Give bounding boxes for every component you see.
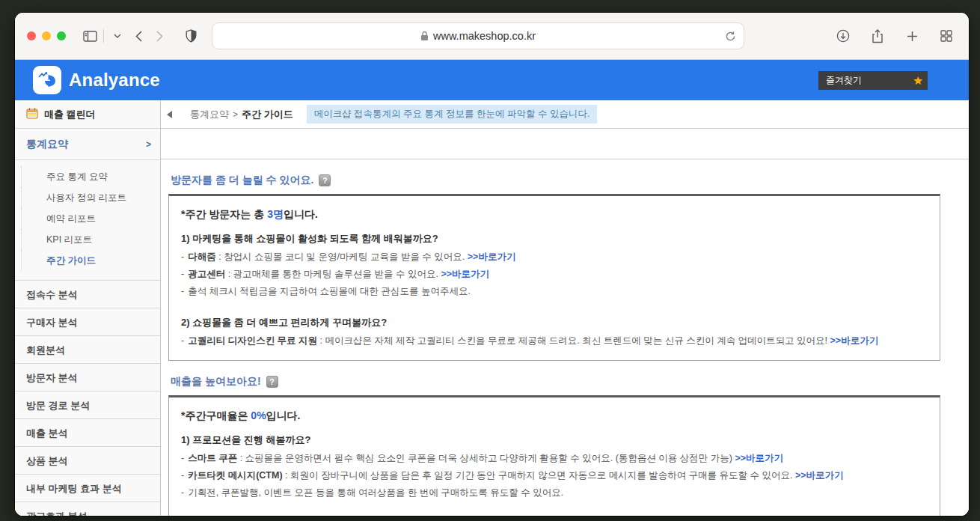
weekly-visitor-count: 3명 — [267, 208, 284, 220]
zoom-window-button[interactable] — [57, 31, 66, 40]
favorites-label: 즐겨찾기 — [826, 74, 862, 87]
reload-icon[interactable] — [725, 31, 736, 42]
sidebar-item-visitor-analysis[interactable]: 방문자 분석 — [15, 363, 160, 391]
weekly-purchase-rate-summary: *주간구매율은 0%입니다. — [181, 409, 928, 423]
statistics-submenu: 주요 통계 요약 사용자 정의 리포트 예약 리포트 KPI 리포트 주간 가이… — [15, 160, 160, 280]
guide-heading: 2) 쇼핑몰을 좀 더 예쁘고 편리하게 꾸며볼까요? — [181, 314, 928, 330]
guide-bullet: -카트타켓 메시지(CTM) : 회원이 장바구니에 상품을 담은 후 일정 기… — [181, 467, 928, 484]
sidebar-toggle-icon[interactable] — [79, 25, 100, 46]
browser-toolbar: www.makeshop.co.kr — [15, 13, 969, 60]
sidebar-item-statistics-summary[interactable]: 통계요약 > — [15, 129, 160, 160]
submenu-item-custom-report[interactable]: 사용자 정의 리포트 — [21, 187, 160, 208]
guide-bullet: -스마트 쿠폰 : 쇼핑몰을 운영하면서 필수 핵심 요소인 쿠폰을 더욱 상세… — [181, 450, 928, 467]
sidebar-item-label: 매출 캘린더 — [44, 108, 96, 121]
weekly-visitors-summary: *주간 방문자는 총 3명입니다. — [181, 208, 928, 222]
back-button[interactable] — [128, 25, 149, 46]
sidebar-item-label: 통계요약 — [26, 138, 68, 151]
browser-window: www.makeshop.co.kr — [15, 13, 969, 516]
submenu-item-kpi-report[interactable]: KPI 리포트 — [21, 229, 160, 250]
sidebar: 매출 캘린더 통계요약 > 주요 통계 요약 사용자 정의 리포트 예약 리포트… — [15, 100, 161, 516]
sidebar-item-visit-path-analysis[interactable]: 방문 경로 분석 — [15, 391, 160, 418]
breadcrumb-current: 주간 가이드 — [242, 108, 293, 121]
guide-heading: 1) 마케팅을 통해 쇼핑몰이 활성화 되도록 함께 배워볼까요? — [181, 231, 928, 246]
breadcrumb-parent: 통계요약 — [190, 108, 229, 121]
go-link[interactable]: >>바로가기 — [795, 470, 844, 481]
analyance-logo-icon[interactable] — [33, 66, 61, 94]
collapse-sidebar-arrow-icon[interactable] — [167, 111, 172, 118]
sales-guide-box: *주간구매율은 0%입니다. 1) 프로모션을 진행 해볼까요? -스마트 쿠폰… — [168, 395, 940, 516]
sidebar-item-product-analysis[interactable]: 상품 분석 — [15, 446, 160, 474]
bullet-dash: - — [181, 453, 184, 463]
bullet-dash: - — [181, 470, 184, 481]
submenu-item-scheduled-report[interactable]: 예약 리포트 — [21, 208, 160, 229]
site-header: Analyance 즐겨찾기 ★ — [15, 60, 969, 100]
breadcrumb-separator: > — [233, 109, 238, 120]
sidebar-item-internal-marketing-analysis[interactable]: 내부 마케팅 효과 분석 — [15, 474, 160, 502]
section-title-visitors: 방문자를 좀 더 늘릴 수 있어요. ? — [171, 174, 940, 187]
tab-overview-icon[interactable] — [936, 25, 957, 46]
go-link[interactable]: >>바로가기 — [468, 252, 516, 262]
sidebar-item-member-analysis[interactable]: 회원분석 — [15, 335, 160, 363]
downloads-icon[interactable] — [833, 25, 854, 46]
go-link[interactable]: >>바로가기 — [830, 335, 879, 346]
guide-bullet: -고퀄리티 디자인스킨 무료 지원 : 메이크샵은 자체 제작 고퀄리티 스킨을… — [181, 332, 928, 350]
sidebar-item-sales-calendar[interactable]: 매출 캘린더 — [15, 100, 160, 129]
guide-bullet: -기획전, 쿠폰발행, 이벤트 오픈 등을 통해 여러상품을 한 번에 구매하도… — [181, 484, 928, 502]
share-icon[interactable] — [867, 25, 888, 46]
url-text: www.makeshop.co.kr — [433, 30, 536, 42]
sidebar-item-buyer-analysis[interactable]: 구매자 분석 — [15, 308, 160, 335]
bullet-dash: - — [181, 487, 184, 498]
submenu-item-weekly-guide[interactable]: 주간 가이드 — [21, 250, 160, 271]
new-tab-icon[interactable] — [901, 25, 922, 46]
toolbar-spacer-row — [161, 129, 969, 159]
bullet-dash: - — [181, 286, 184, 296]
submenu-item-key-statistics[interactable]: 주요 통계 요약 — [21, 166, 160, 187]
guide-heading: 1) 프로모션을 진행 해볼까요? — [181, 432, 928, 448]
section-title-text: 매출을 높여보아요! — [171, 375, 261, 389]
forward-button[interactable] — [149, 25, 170, 46]
brand-title: Analyance — [69, 70, 160, 91]
star-icon[interactable]: ★ — [913, 74, 923, 88]
bullet-dash: - — [181, 252, 184, 262]
guide-bullet: -광고센터 : 광고매체를 통한 마케팅 솔루션을 받을 수 있어요. >>바로… — [181, 266, 928, 283]
chevron-right-icon: > — [146, 139, 151, 150]
privacy-shield-icon[interactable] — [180, 25, 201, 46]
visitor-guide-box: *주간 방문자는 총 3명입니다. 1) 마케팅을 통해 쇼핑몰이 활성화 되도… — [168, 194, 940, 361]
guide-bullet: -출석 체크시 적립금을 지급하여 쇼핑몰에 대한 관심도를 높여주세요. — [181, 283, 928, 300]
help-question-icon[interactable]: ? — [266, 376, 278, 388]
go-link[interactable]: >>바로가기 — [441, 269, 489, 279]
minimize-window-button[interactable] — [42, 31, 51, 40]
sidebar-item-connection-analysis[interactable]: 접속수 분석 — [15, 280, 160, 308]
section-title-text: 방문자를 좀 더 늘릴 수 있어요. — [171, 174, 313, 187]
lock-icon — [420, 31, 429, 41]
weekly-purchase-rate: 0% — [251, 409, 266, 421]
section-title-sales: 매출을 높여보아요! ? — [171, 375, 940, 389]
breadcrumb: 통계요약 > 주간 가이드 메이크샵 접속통계의 주요 통계 정보를 한눈에 파… — [161, 100, 969, 129]
chevron-down-icon[interactable] — [107, 25, 128, 46]
main-content: 통계요약 > 주간 가이드 메이크샵 접속통계의 주요 통계 정보를 한눈에 파… — [161, 100, 969, 516]
go-link[interactable]: >>바로가기 — [735, 453, 783, 463]
calendar-icon — [26, 108, 38, 121]
window-controls — [27, 31, 66, 40]
favorites-bar[interactable]: 즐겨찾기 ★ — [818, 71, 928, 90]
toolbar-divider — [103, 29, 104, 43]
bullet-dash: - — [181, 335, 184, 346]
close-window-button[interactable] — [27, 31, 36, 40]
page-description: 메이크샵 접속통계의 주요 통계 정보를 한눈에 파악할 수 있습니다. — [307, 105, 598, 124]
help-question-icon[interactable]: ? — [319, 174, 331, 186]
sidebar-item-ad-effect-analysis[interactable]: 광고효과 분석 — [15, 502, 160, 516]
guide-bullet: -다해줌 : 창업시 쇼핑몰 코디 및 운영/마케팅 교육을 받을 수 있어요.… — [181, 249, 928, 266]
address-bar[interactable]: www.makeshop.co.kr — [212, 22, 744, 49]
sidebar-item-sales-analysis[interactable]: 매출 분석 — [15, 418, 160, 446]
bullet-dash: - — [181, 269, 184, 279]
